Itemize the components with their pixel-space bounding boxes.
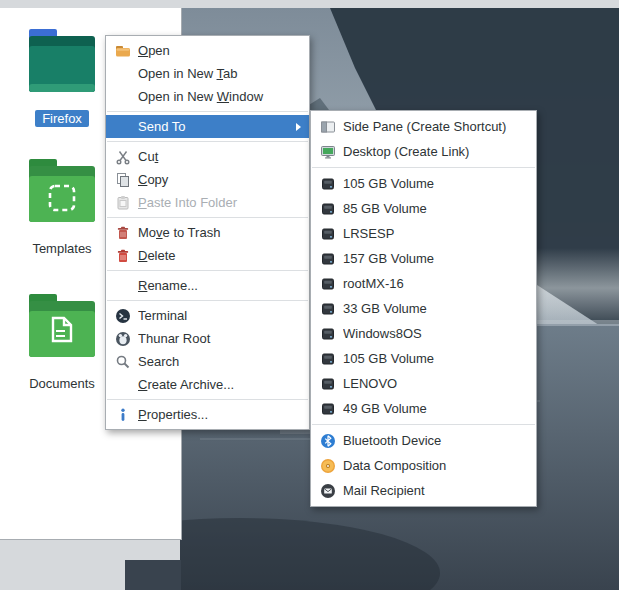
volume-icon — [319, 176, 337, 192]
menu-item-label: Open in New Window — [138, 89, 301, 104]
menu-item-label: 85 GB Volume — [343, 201, 528, 216]
menu-item-label: Properties... — [138, 407, 301, 422]
menu-item-label: Open in New Tab — [138, 66, 301, 81]
volume-icon — [319, 226, 337, 242]
menu-item-cut[interactable]: Cut — [106, 145, 309, 168]
icon-spacer — [114, 66, 132, 82]
menu-item-105-gb-volume[interactable]: 105 GB Volume — [311, 346, 536, 371]
menu-item-85-gb-volume[interactable]: 85 GB Volume — [311, 196, 536, 221]
documents-folder-icon — [22, 291, 102, 361]
icon-spacer — [114, 377, 132, 393]
menu-item-label: 105 GB Volume — [343, 176, 528, 191]
volume-icon — [319, 351, 337, 367]
thunar-icon — [114, 331, 132, 347]
menu-item-label: Paste Into Folder — [138, 195, 301, 210]
menu-item-label: Desktop (Create Link) — [343, 144, 528, 159]
menu-item-label: Side Pane (Create Shortcut) — [343, 119, 528, 134]
context-menu: OpenOpen in New TabOpen in New WindowSen… — [105, 35, 310, 430]
menu-item-label: Search — [138, 354, 301, 369]
delete-icon — [114, 248, 132, 264]
menu-item-open-in-new-tab[interactable]: Open in New Tab — [106, 62, 309, 85]
menu-item-create-archive[interactable]: Create Archive... — [106, 373, 309, 396]
desktop-icon — [319, 144, 337, 160]
menu-item-search[interactable]: Search — [106, 350, 309, 373]
menu-item-data-composition[interactable]: Data Composition — [311, 453, 536, 478]
menu-item-mail-recipient[interactable]: Mail Recipient — [311, 478, 536, 503]
menu-item-paste-into-folder: Paste Into Folder — [106, 191, 309, 214]
menu-separator — [107, 300, 308, 301]
menu-item-copy[interactable]: Copy — [106, 168, 309, 191]
menu-item-33-gb-volume[interactable]: 33 GB Volume — [311, 296, 536, 321]
menu-item-label: 105 GB Volume — [343, 351, 528, 366]
menu-item-105-gb-volume[interactable]: 105 GB Volume — [311, 171, 536, 196]
menu-item-label: Delete — [138, 248, 301, 263]
menu-item-lenovo[interactable]: LENOVO — [311, 371, 536, 396]
firefox-folder-icon — [22, 26, 102, 96]
volume-icon — [319, 201, 337, 217]
data-composition-icon — [319, 458, 337, 474]
menu-item-open[interactable]: Open — [106, 39, 309, 62]
menu-item-label: Terminal — [138, 308, 301, 323]
menu-item-label: Cut — [138, 149, 301, 164]
menu-item-terminal[interactable]: Terminal — [106, 304, 309, 327]
submenu-arrow-icon — [296, 123, 301, 131]
search-icon — [114, 354, 132, 370]
menu-item-windows8os[interactable]: Windows8OS — [311, 321, 536, 346]
menu-separator — [107, 270, 308, 271]
menu-item-49-gb-volume[interactable]: 49 GB Volume — [311, 396, 536, 421]
menu-separator — [107, 111, 308, 112]
volume-icon — [319, 251, 337, 267]
desktop-icon-templates[interactable]: Templates — [14, 156, 110, 257]
mail-icon — [319, 483, 337, 499]
menu-item-157-gb-volume[interactable]: 157 GB Volume — [311, 246, 536, 271]
desktop-icon-documents[interactable]: Documents — [14, 291, 110, 392]
volume-icon — [319, 401, 337, 417]
desktop-icon-label: Documents — [22, 375, 102, 392]
cut-icon — [114, 149, 132, 165]
menu-item-move-to-trash[interactable]: Move to Trash — [106, 221, 309, 244]
menu-item-label: LENOVO — [343, 376, 528, 391]
menu-item-rootmx-16[interactable]: rootMX-16 — [311, 271, 536, 296]
menu-item-send-to[interactable]: Send To — [106, 115, 309, 138]
menu-item-label: 33 GB Volume — [343, 301, 528, 316]
menu-item-rename[interactable]: Rename... — [106, 274, 309, 297]
menu-item-label: 157 GB Volume — [343, 251, 528, 266]
menu-item-lrsesp[interactable]: LRSESP — [311, 221, 536, 246]
menu-item-properties[interactable]: Properties... — [106, 403, 309, 426]
desktop-icon-firefox[interactable]: Firefox — [14, 26, 110, 127]
menu-item-delete[interactable]: Delete — [106, 244, 309, 267]
volume-icon — [319, 276, 337, 292]
templates-folder-icon — [22, 156, 102, 226]
folder-open-icon — [114, 43, 132, 59]
menu-item-label: rootMX-16 — [343, 276, 528, 291]
paste-icon — [114, 195, 132, 211]
copy-icon — [114, 172, 132, 188]
icon-spacer — [114, 89, 132, 105]
terminal-icon — [114, 308, 132, 324]
desktop-icon-label: Firefox — [35, 110, 89, 127]
menu-item-side-pane-create-shortcut[interactable]: Side Pane (Create Shortcut) — [311, 114, 536, 139]
menu-item-thunar-root[interactable]: Thunar Root — [106, 327, 309, 350]
menu-item-label: Copy — [138, 172, 301, 187]
menu-item-bluetooth-device[interactable]: Bluetooth Device — [311, 428, 536, 453]
menu-separator — [107, 217, 308, 218]
menu-item-label: Rename... — [138, 278, 301, 293]
menu-item-label: Open — [138, 43, 301, 58]
properties-icon — [114, 407, 132, 423]
side-pane-icon — [319, 119, 337, 135]
menu-item-label: Move to Trash — [138, 225, 301, 240]
wallpaper-corner — [125, 560, 181, 590]
menu-item-label: Mail Recipient — [343, 483, 528, 498]
menu-item-open-in-new-window[interactable]: Open in New Window — [106, 85, 309, 108]
menu-separator — [312, 167, 535, 168]
volume-icon — [319, 326, 337, 342]
menu-separator — [312, 424, 535, 425]
menu-item-desktop-create-link[interactable]: Desktop (Create Link) — [311, 139, 536, 164]
send-to-submenu: Side Pane (Create Shortcut)Desktop (Crea… — [310, 110, 537, 507]
menu-item-label: Thunar Root — [138, 331, 301, 346]
menu-separator — [107, 141, 308, 142]
menu-item-label: Data Composition — [343, 458, 528, 473]
bluetooth-icon — [319, 433, 337, 449]
desktop-icon-label: Templates — [25, 240, 98, 257]
menu-item-label: 49 GB Volume — [343, 401, 528, 416]
